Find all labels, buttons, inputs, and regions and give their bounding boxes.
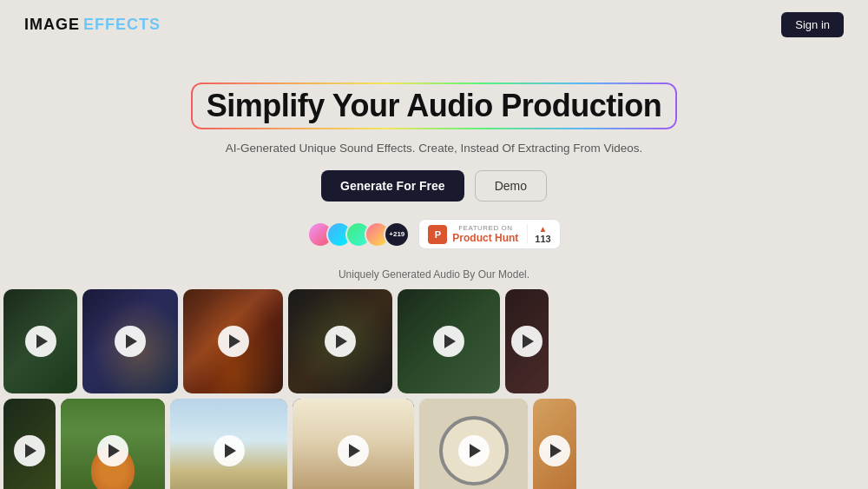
play-button[interactable] xyxy=(115,326,146,357)
play-button[interactable] xyxy=(539,435,570,466)
video-thumb-partial-1[interactable] xyxy=(505,289,549,393)
play-button[interactable] xyxy=(14,435,45,466)
ph-name: Product Hunt xyxy=(452,232,518,244)
video-thumb-house[interactable] xyxy=(82,289,178,393)
video-thumb-clock[interactable] xyxy=(419,399,528,489)
video-thumb-forest[interactable] xyxy=(3,289,77,393)
signin-button[interactable]: Sign in xyxy=(781,12,844,37)
product-hunt-text: FEATURED ON Product Hunt xyxy=(452,224,518,244)
ph-votes: ▲ 113 xyxy=(527,224,550,244)
generate-free-button[interactable]: Generate For Free xyxy=(321,170,464,202)
avatar-count-badge: +219 xyxy=(384,221,410,248)
hero-section: Simplify Your Audio Production AI-Genera… xyxy=(0,50,868,249)
logo-accent: EFFECTS xyxy=(83,16,161,33)
ph-label: FEATURED ON xyxy=(452,224,518,232)
logo-text: IMAGE xyxy=(24,16,80,33)
video-thumb-kitten[interactable] xyxy=(61,399,165,489)
hero-title-wrapper: Simplify Your Audio Production xyxy=(191,83,677,129)
play-button[interactable] xyxy=(214,435,245,466)
product-hunt-icon: P xyxy=(428,225,447,244)
play-button[interactable] xyxy=(25,326,56,357)
video-thumb-mountain[interactable] xyxy=(398,289,500,393)
play-button[interactable] xyxy=(338,435,369,466)
hero-subtitle: AI-Generated Unique Sound Effects. Creat… xyxy=(0,142,868,155)
video-thumb-room[interactable] xyxy=(293,399,414,489)
video-thumb-partial-left[interactable] xyxy=(3,399,56,489)
play-button[interactable] xyxy=(325,326,356,357)
hero-cta-group: Generate For Free Demo xyxy=(0,170,868,202)
video-section: Uniquely Generated Audio By Our Model. xyxy=(0,268,868,489)
video-row-1 xyxy=(0,289,868,393)
ph-arrow-icon: ▲ xyxy=(539,224,548,234)
video-thumb-mma[interactable] xyxy=(288,289,392,393)
play-button[interactable] xyxy=(511,326,542,357)
video-thumb-horse[interactable] xyxy=(170,399,287,489)
video-thumb-partial-right[interactable] xyxy=(533,399,576,489)
play-button[interactable] xyxy=(97,435,128,466)
video-row-2 xyxy=(0,399,868,489)
social-proof-row: +219 P FEATURED ON Product Hunt ▲ 113 xyxy=(0,219,868,249)
product-hunt-badge[interactable]: P FEATURED ON Product Hunt ▲ 113 xyxy=(418,219,560,249)
play-button[interactable] xyxy=(218,326,249,357)
avatar-group: +219 xyxy=(307,221,410,248)
navbar: IMAGEEFFECTS Sign in xyxy=(0,0,868,50)
hero-title: Simplify Your Audio Production xyxy=(207,88,661,124)
play-button[interactable] xyxy=(433,326,464,357)
demo-button[interactable]: Demo xyxy=(475,170,547,202)
video-thumb-fireplace[interactable] xyxy=(183,289,283,393)
section-label: Uniquely Generated Audio By Our Model. xyxy=(0,268,868,281)
logo: IMAGEEFFECTS xyxy=(24,16,161,34)
play-button[interactable] xyxy=(458,435,490,466)
ph-vote-count: 113 xyxy=(535,234,550,244)
